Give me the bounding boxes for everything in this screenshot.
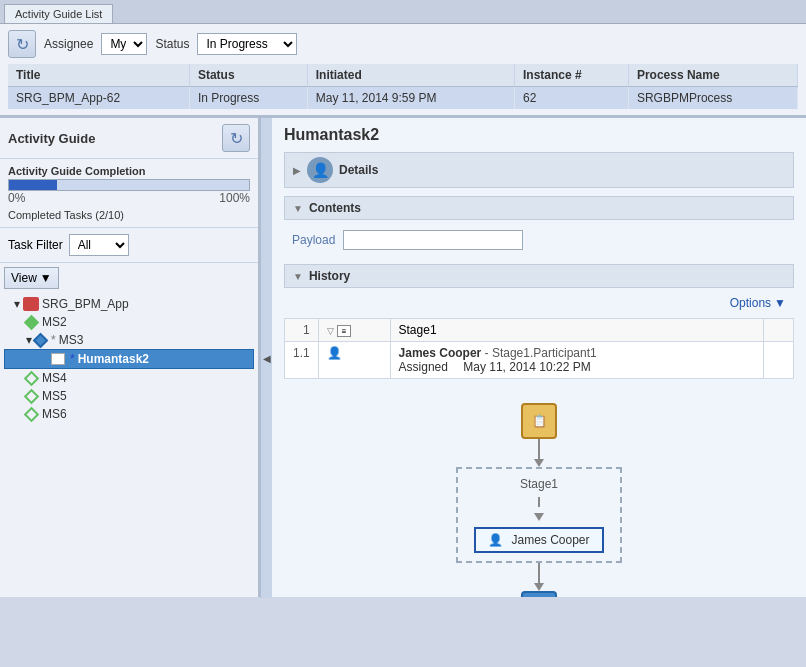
flow-arrow-1 [538,439,540,459]
activity-refresh-icon [230,129,243,148]
tree-item-ms6[interactable]: MS6 [4,405,254,423]
tree-collapse-ms3: ▾ [26,333,32,347]
history-expand-icon: ▼ [293,271,303,282]
history-header[interactable]: ▼ History [284,264,794,288]
view-button[interactable]: View ▼ [4,267,59,289]
flow-stage-box: Stage1 👤 James Cooper [456,467,622,563]
right-panel-inner: Humantask2 ▶ 👤 Details ▼ Contents Payloa… [272,118,806,597]
details-header[interactable]: ▶ 👤 Details [284,152,794,188]
progress-labels: 0% 100% [8,191,250,205]
flow-arrow-3 [538,563,540,583]
options-row: Options ▼ [284,292,794,314]
humantask2-icon: ☰ [51,353,65,365]
contents-label: Contents [309,201,361,215]
tree-item-srg[interactable]: ▾ SRG_BPM_App [4,295,254,313]
task-title: Humantask2 [284,126,794,144]
view-chevron-icon: ▼ [40,271,52,285]
details-section: ▶ 👤 Details [284,152,794,188]
tree-section: View ▼ ▾ SRG_BPM_App MS2 ▾ * MS3 ☰ * [0,263,258,597]
payload-input[interactable] [343,230,523,250]
flow-diagram: 📋 Stage1 👤 James Cooper [284,387,794,597]
activity-guide-title: Activity Guide [8,131,95,146]
history-label: History [309,269,350,283]
tree-item-humantask2[interactable]: ☰ * Humantask2 [4,349,254,369]
history-sub-icon-cell: 👤 [318,342,390,379]
options-label: Options [730,296,771,310]
cell-status: In Progress [189,87,307,110]
flow-person-name: James Cooper [511,533,589,547]
tree-item-ms3[interactable]: ▾ * MS3 [4,331,254,349]
col-instance: Instance # [515,64,629,87]
table-header-row: Title Status Initiated Instance # Proces… [8,64,798,87]
assignee-label: Assignee [44,37,93,51]
tree-label-ms2: MS2 [42,315,67,329]
col-initiated: Initiated [307,64,514,87]
history-num-1: 1 [285,319,319,342]
left-panel: Activity Guide Activity Guide Completion… [0,118,260,597]
flow-arrow-2 [538,497,540,507]
top-panel: Assignee My Status In Progress Title Sta… [0,24,806,117]
person-icon-small: 👤 [327,346,342,360]
collapse-handle[interactable]: ◀ [260,118,272,598]
stage-expand-icon: ▽ [327,326,334,336]
assignee-role-value: Stage1.Participant1 [492,346,597,360]
tree-label-humantask2: Humantask2 [78,352,149,366]
ms5-icon [24,388,40,404]
progress-right-label: 100% [219,191,250,205]
assignee-name: James Cooper [399,346,482,360]
progress-section: Activity Guide Completion 0% 100% Comple… [0,159,258,228]
assignee-select[interactable]: My [101,33,147,55]
history-stage-row: 1 ▽ ≡ Stage1 [285,319,794,342]
view-label: View [11,271,37,285]
activity-table: Title Status Initiated Instance # Proces… [8,64,798,109]
tree-item-ms5[interactable]: MS5 [4,387,254,405]
history-stage-empty [764,319,794,342]
contents-section: ▼ Contents Payload [284,196,794,256]
contents-header[interactable]: ▼ Contents [284,196,794,220]
history-sub-row: 1.1 👤 James Cooper - Stage1.Participant1… [285,342,794,379]
left-panel-header: Activity Guide [0,118,258,159]
status-select[interactable]: In Progress [197,33,297,55]
flow-stage-label: Stage1 [520,477,558,491]
history-sub-empty [764,342,794,379]
col-status: Status [189,64,307,87]
flow-start-node: 📋 [521,403,557,439]
details-person-icon: 👤 [307,157,333,183]
tree-label-ms5: MS5 [42,389,67,403]
options-button[interactable]: Options ▼ [730,296,786,310]
history-section: ▼ History Options ▼ 1 ▽ [284,264,794,379]
refresh-button[interactable] [8,30,36,58]
tree-label-ms4: MS4 [42,371,67,385]
refresh-icon [16,35,29,54]
toolbar: Assignee My Status In Progress [8,30,798,58]
progress-bar-track [8,179,250,191]
options-chevron-icon: ▼ [774,296,786,310]
tree-collapse-srg: ▾ [14,297,20,311]
table-row[interactable]: SRG_BPM_App-62 In Progress May 11, 2014 … [8,87,798,110]
tree-label-srg: SRG_BPM_App [42,297,129,311]
assigned-date: May 11, 2014 10:22 PM [463,360,590,374]
flow-arrowhead-3 [534,583,544,591]
task-filter-row: Task Filter All [0,228,258,263]
srg-app-icon [23,297,39,311]
tree-item-ms2[interactable]: MS2 [4,313,254,331]
history-table: 1 ▽ ≡ Stage1 1.1 [284,318,794,379]
ms6-icon [24,406,40,422]
completed-tasks-label: Completed Tasks (2/10) [8,209,250,221]
activity-guide-icon-btn[interactable] [222,124,250,152]
ht2-star: * [70,352,75,366]
stage1-icon: ≡ [337,325,351,337]
tree-item-ms4[interactable]: MS4 [4,369,254,387]
cell-title: SRG_BPM_App-62 [8,87,189,110]
history-sub-detail: James Cooper - Stage1.Participant1 Assig… [390,342,764,379]
progress-bar-fill [9,180,57,190]
tab-activity-guide-list[interactable]: Activity Guide List [4,4,113,23]
right-panel: Humantask2 ▶ 👤 Details ▼ Contents Payloa… [272,118,806,597]
cell-process: SRGBPMProcess [628,87,797,110]
cell-initiated: May 11, 2014 9:59 PM [307,87,514,110]
flow-end-icon: ⬇ [521,591,557,597]
assignee-role: - [485,346,492,360]
flow-arrowhead-2 [534,513,544,521]
flow-person-box: 👤 James Cooper [474,527,604,553]
task-filter-select[interactable]: All [69,234,129,256]
